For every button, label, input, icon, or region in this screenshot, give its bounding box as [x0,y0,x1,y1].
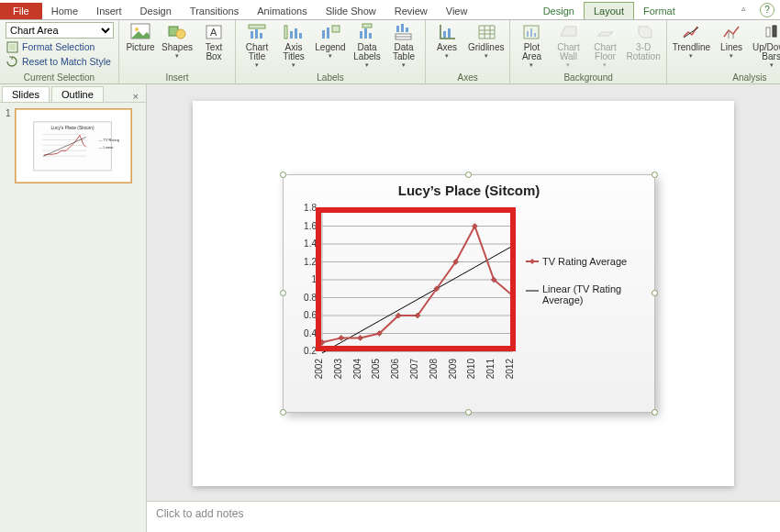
data-table-button[interactable]: Data Table▾ [388,22,419,68]
svg-text:2011: 2011 [485,359,496,380]
format-selection-icon [6,40,18,53]
data-labels-button[interactable]: Data Labels▾ [351,22,383,68]
svg-rect-32 [530,28,532,37]
svg-text:2006: 2006 [390,359,400,380]
group-label-insert: Insert [125,72,229,83]
chart-object[interactable]: Lucy’s Place (Sitcom) 0.20.40.60.811.21.… [283,174,655,413]
ribbon: Chart Area Format Selection Reset to Mat… [0,20,780,84]
chart-element-selector[interactable]: Chart Area [6,22,114,39]
tab-transitions[interactable]: Transitions [181,3,248,19]
svg-rect-14 [295,28,297,39]
chart-title-icon [247,22,267,42]
svg-text:TV Rating Average: TV Rating Average [542,256,627,267]
trendline-icon [681,22,701,42]
axis-titles-icon [284,22,304,42]
sidetab-outline[interactable]: Outline [51,86,104,102]
svg-text:0.2: 0.2 [304,346,317,356]
svg-text:2005: 2005 [371,359,381,380]
3d-rotation-button[interactable]: 3-D Rotation [626,22,660,61]
svg-rect-17 [327,28,329,39]
updown-bars-button[interactable]: Up/Down Bars▾ [752,22,780,68]
svg-text:2009: 2009 [448,359,458,380]
tab-file[interactable]: File [0,3,42,19]
legend-button[interactable]: Legend▾ [315,22,346,59]
help-icon[interactable]: ? [760,3,774,17]
plot-area-icon [521,22,541,42]
tab-chart-layout[interactable]: Layout [584,2,634,19]
reset-style-button[interactable]: Reset to Match Style [6,55,113,68]
svg-text:1.8: 1.8 [304,203,317,213]
plot-area-button[interactable]: Plot Area▾ [516,22,547,68]
editor-area: Lucy’s Place (Sitcom) 0.20.40.60.811.21.… [147,84,780,532]
sidetab-slides[interactable]: Slides [2,86,50,102]
group-axes: Axes▾ Gridlines▾ Axes [426,20,510,83]
format-selection-label: Format Selection [22,41,95,52]
tab-animations[interactable]: Animations [248,3,316,19]
tab-slideshow[interactable]: Slide Show [317,3,385,19]
svg-rect-15 [299,33,302,39]
chart-title-button[interactable]: Chart Title▾ [241,22,273,68]
svg-text:2010: 2010 [466,359,476,380]
tab-home[interactable]: Home [42,3,87,19]
svg-text:1.6: 1.6 [304,221,317,231]
svg-rect-11 [260,33,262,39]
rotation-3d-icon [633,22,653,42]
tab-design[interactable]: Design [131,3,181,19]
tab-insert[interactable]: Insert [87,3,131,19]
group-label-background: Background [516,72,660,83]
group-analysis: Trendline▾ Lines▾ Up/Down Bars▾ Error Ba… [667,20,780,83]
slide-thumbnail-1[interactable]: Lucy’s Place (Sitcom) — TV Rating — Line… [15,108,132,183]
reset-style-label: Reset to Match Style [22,56,111,67]
format-selection-button[interactable]: Format Selection [6,40,113,53]
shapes-button[interactable]: Shapes▾ [162,22,193,59]
textbox-icon: A [204,22,224,42]
svg-text:2008: 2008 [429,359,439,380]
tab-review[interactable]: Review [385,3,437,19]
lines-icon [721,22,741,42]
chart-floor-button[interactable]: Chart Floor▾ [589,22,620,68]
slide-canvas[interactable]: Lucy’s Place (Sitcom) 0.20.40.60.811.21.… [193,101,734,486]
svg-text:1.4: 1.4 [304,238,317,249]
notes-pane[interactable]: Click to add notes [147,501,780,532]
svg-rect-19 [360,31,362,39]
svg-text:2004: 2004 [352,359,362,380]
svg-rect-29 [448,28,451,38]
gridlines-button[interactable]: Gridlines▾ [468,22,504,59]
axis-titles-button[interactable]: Axis Titles▾ [278,22,309,68]
tab-view[interactable]: View [437,3,477,19]
svg-text:2007: 2007 [409,359,419,380]
svg-text:Linear (TV Rating: Linear (TV Rating [542,283,621,294]
picture-icon [130,22,150,42]
minimize-ribbon-icon[interactable]: ▵ [741,4,754,17]
axes-button[interactable]: Axes▾ [431,22,462,59]
svg-text:2003: 2003 [333,359,343,380]
svg-rect-16 [322,30,325,39]
close-pane-icon[interactable]: × [129,91,142,102]
data-labels-icon [357,22,377,42]
chart-plot[interactable]: 0.20.40.60.811.21.41.61.8200220032004200… [284,175,656,414]
svg-rect-12 [284,26,287,39]
svg-text:2002: 2002 [314,359,324,380]
chart-wall-icon [558,22,578,42]
svg-text:Average): Average) [542,294,583,305]
svg-text:0.6: 0.6 [304,310,317,320]
svg-rect-9 [251,31,253,39]
svg-text:0.4: 0.4 [304,328,317,338]
svg-rect-23 [396,26,399,32]
lines-button[interactable]: Lines▾ [716,22,747,59]
tab-chart-format[interactable]: Format [634,3,685,19]
chart-title[interactable]: Lucy’s Place (Sitcom) [284,183,654,198]
chart-wall-button[interactable]: Chart Wall▾ [552,22,584,68]
svg-rect-25 [406,28,408,32]
svg-rect-21 [369,33,372,39]
trendline-button[interactable]: Trendline▾ [673,22,710,59]
svg-rect-13 [290,31,293,39]
picture-button[interactable]: Picture [125,22,156,52]
textbox-button[interactable]: A Text Box [198,22,229,61]
group-insert: Picture Shapes▾ A Text Box Insert [119,20,236,83]
shapes-icon [167,22,187,42]
tab-chart-design[interactable]: Design [534,3,584,19]
chart-floor-icon [595,22,615,42]
updown-bars-icon [762,22,780,42]
svg-point-3 [135,28,139,31]
